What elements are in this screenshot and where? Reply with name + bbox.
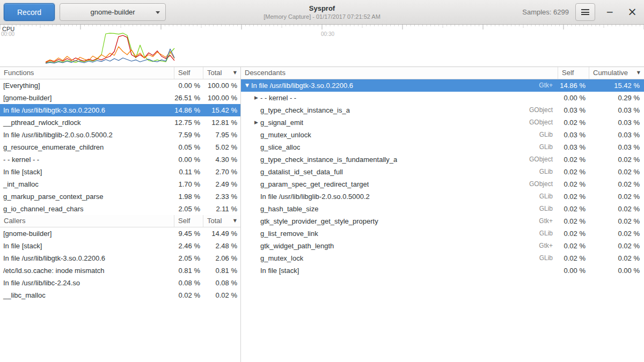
cpu-timeline[interactable]: CPU 00:00 00:30 xyxy=(0,25,644,67)
column-header-descendants[interactable]: Descendants xyxy=(241,67,558,79)
symbol-name: In file [stack] xyxy=(260,264,299,277)
symbol-name-cell: In file [stack] xyxy=(241,264,558,277)
table-row[interactable]: __pthread_rwlock_rdlock12.75 %12.81 % xyxy=(0,116,240,129)
table-row[interactable]: In file /usr/lib/libgtk-3.so.0.2200.62.0… xyxy=(0,252,240,264)
tree-row[interactable]: ▶- - kernel - -0.00 %0.29 % xyxy=(241,92,644,104)
category-label: GLib xyxy=(539,252,558,264)
table-row[interactable]: g_io_channel_read_chars2.05 %2.11 % xyxy=(0,203,240,215)
function-name-cell: [Everything] xyxy=(0,79,174,92)
tree-row[interactable]: g_mutex_unlockGLib0.03 %0.03 % xyxy=(241,129,644,141)
tree-row[interactable]: In file /usr/lib/libglib-2.0.so.0.5000.2… xyxy=(241,190,644,203)
category-label: GLib xyxy=(539,166,558,178)
symbol-name: In file /usr/lib/libgtk-3.so.0.2200.6 xyxy=(251,79,353,92)
symbol-name-cell: In file /usr/lib/libglib-2.0.so.0.5000.2… xyxy=(241,190,558,203)
function-name-cell: [gnome-builder] xyxy=(0,92,174,104)
table-row[interactable]: __libc_malloc0.02 %0.02 % xyxy=(0,289,240,301)
total-percent-cell: 0.02 % xyxy=(203,289,240,301)
tree-row[interactable]: g_type_check_instance_is_fundamentally_a… xyxy=(241,153,644,166)
self-percent-cell: 0.08 % xyxy=(174,277,203,289)
tree-row[interactable]: g_datalist_id_set_data_fullGLib0.02 %0.0… xyxy=(241,166,644,178)
self-percent-cell: 0.03 % xyxy=(558,129,589,141)
self-percent-cell: 0.03 % xyxy=(558,141,589,153)
tree-row[interactable]: g_hash_table_sizeGLib0.02 %0.02 % xyxy=(241,203,644,215)
tree-row[interactable]: g_type_check_instance_is_aGObject0.03 %0… xyxy=(241,104,644,116)
main-panels: Functions Self Total ▼ [Everything]0.00 … xyxy=(0,67,644,362)
tree-row[interactable]: ▼In file /usr/lib/libgtk-3.so.0.2200.6Gt… xyxy=(241,79,644,92)
symbol-name: gtk_style_provider_get_style_property xyxy=(260,215,378,227)
total-percent-cell: 15.42 % xyxy=(203,104,240,116)
column-header-total[interactable]: Total ▼ xyxy=(203,215,240,227)
minimize-button[interactable]: − xyxy=(602,3,618,21)
function-name-cell: _int_malloc xyxy=(0,178,174,190)
table-row[interactable]: g_resource_enumerate_children0.05 %5.02 … xyxy=(0,141,240,153)
time-label-mid: 00:30 xyxy=(321,31,334,37)
record-button[interactable]: Record xyxy=(4,3,55,21)
function-name-cell: In file /usr/lib/libgtk-3.so.0.2200.6 xyxy=(0,104,174,116)
function-name-cell: __libc_malloc xyxy=(0,289,174,301)
tree-row[interactable]: gtk_style_provider_get_style_propertyGtk… xyxy=(241,215,644,227)
cumulative-percent-cell: 0.02 % xyxy=(589,190,644,203)
category-label: GLib xyxy=(539,141,558,153)
close-button[interactable]: × xyxy=(624,3,640,21)
total-percent-cell: 0.08 % xyxy=(203,277,240,289)
table-row[interactable]: In file /usr/lib/libc-2.24.so0.08 %0.08 … xyxy=(0,277,240,289)
menu-button[interactable] xyxy=(575,3,595,21)
self-percent-cell: 0.81 % xyxy=(174,264,203,277)
tree-row[interactable]: g_param_spec_get_redirect_targetGObject0… xyxy=(241,178,644,190)
total-percent-cell: 2.33 % xyxy=(203,190,240,203)
cumulative-percent-cell: 0.03 % xyxy=(589,104,644,116)
functions-table-header: Functions Self Total ▼ xyxy=(0,67,240,79)
cumulative-percent-cell: 0.02 % xyxy=(589,227,644,240)
category-label: Gtk+ xyxy=(539,215,558,227)
table-row[interactable]: [Everything]0.00 %100.00 % xyxy=(0,79,240,92)
table-row[interactable]: In file [stack]0.11 %2.70 % xyxy=(0,166,240,178)
process-dropdown[interactable]: gnome-builder xyxy=(60,3,166,21)
table-row[interactable]: In file /usr/lib/libglib-2.0.so.0.5000.2… xyxy=(0,129,240,141)
self-percent-cell: 0.03 % xyxy=(558,104,589,116)
self-percent-cell: 0.02 % xyxy=(174,289,203,301)
cumulative-percent-cell: 0.03 % xyxy=(589,116,644,129)
tree-row[interactable]: ▶g_signal_emitGObject0.02 %0.03 % xyxy=(241,116,644,129)
total-percent-cell: 2.49 % xyxy=(203,178,240,190)
cumulative-percent-cell: 0.00 % xyxy=(589,264,644,277)
symbol-name-cell: g_mutex_lockGLib xyxy=(241,252,558,264)
table-row[interactable]: In file [stack]2.46 %2.48 % xyxy=(0,240,240,252)
symbol-name-cell: g_datalist_id_set_data_fullGLib xyxy=(241,166,558,178)
table-row[interactable]: g_markup_parse_context_parse1.98 %2.33 % xyxy=(0,190,240,203)
total-percent-cell: 14.49 % xyxy=(203,227,240,240)
left-panel: Functions Self Total ▼ [Everything]0.00 … xyxy=(0,67,240,362)
tree-row[interactable]: g_mutex_lockGLib0.02 %0.02 % xyxy=(241,252,644,264)
tree-row[interactable]: g_slice_allocGLib0.03 %0.03 % xyxy=(241,141,644,153)
window-subtitle: [Memory Capture] - 01/17/2017 07:21:52 A… xyxy=(264,13,380,20)
expander-closed-icon[interactable]: ▶ xyxy=(252,92,260,104)
table-row[interactable]: - - kernel - -0.00 %4.30 % xyxy=(0,153,240,166)
cumulative-percent-cell: 0.02 % xyxy=(589,178,644,190)
column-header-cumulative[interactable]: Cumulative ▼ xyxy=(589,67,644,79)
category-label: Gtk+ xyxy=(539,79,558,92)
tree-row[interactable]: gtk_widget_path_lengthGtk+0.02 %0.02 % xyxy=(241,240,644,252)
symbol-name-cell: ▶g_signal_emitGObject xyxy=(241,116,558,129)
column-header-total[interactable]: Total ▼ xyxy=(203,67,240,79)
symbol-name-cell: ▶- - kernel - - xyxy=(241,92,558,104)
column-header-self[interactable]: Self xyxy=(174,67,203,79)
cumulative-percent-cell: 0.02 % xyxy=(589,252,644,264)
column-header-functions[interactable]: Functions xyxy=(0,67,174,79)
column-header-callers[interactable]: Callers xyxy=(0,215,174,227)
symbol-name-cell: g_param_spec_get_redirect_targetGObject xyxy=(241,178,558,190)
header-right-controls: Samples: 6299 − × xyxy=(522,3,640,21)
table-row[interactable]: [gnome-builder]9.45 %14.49 % xyxy=(0,227,240,240)
table-row[interactable]: _int_malloc1.70 %2.49 % xyxy=(0,178,240,190)
tree-row[interactable]: g_list_remove_linkGLib0.02 %0.02 % xyxy=(241,227,644,240)
expander-closed-icon[interactable]: ▶ xyxy=(252,116,260,129)
table-row[interactable]: [gnome-builder]26.51 %100.00 % xyxy=(0,92,240,104)
column-header-self[interactable]: Self xyxy=(174,215,203,227)
expander-open-icon[interactable]: ▼ xyxy=(243,79,251,92)
column-header-self[interactable]: Self xyxy=(558,67,589,79)
table-row[interactable]: In file /usr/lib/libgtk-3.so.0.2200.614.… xyxy=(0,104,240,116)
time-label-start: 00:00 xyxy=(1,31,14,37)
symbol-name-cell: g_slice_allocGLib xyxy=(241,141,558,153)
symbol-name-cell: g_mutex_unlockGLib xyxy=(241,129,558,141)
tree-row[interactable]: In file [stack]0.00 %0.00 % xyxy=(241,264,644,277)
table-row[interactable]: /etc/ld.so.cache: inode mismatch0.81 %0.… xyxy=(0,264,240,277)
column-header-total-label: Total xyxy=(207,215,222,227)
